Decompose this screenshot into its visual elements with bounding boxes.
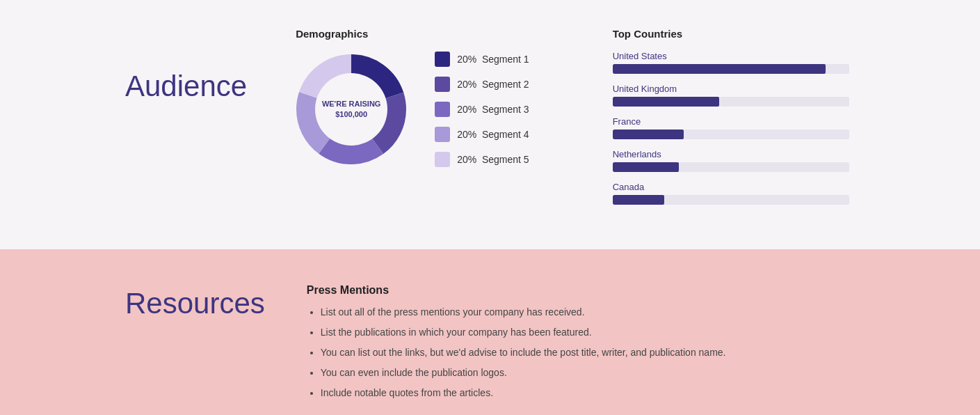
- bar-track-us: [613, 64, 849, 74]
- legend-swatch-4: [435, 127, 450, 142]
- legend-swatch-1: [435, 52, 450, 67]
- audience-section: Audience Demographics: [0, 0, 980, 249]
- legend-swatch-3: [435, 102, 450, 117]
- country-row-ca: Canada: [613, 182, 849, 205]
- country-row-us: United States: [613, 51, 849, 74]
- bar-fill-uk: [613, 97, 719, 107]
- country-name-us: United States: [613, 51, 849, 61]
- list-item: You can list out the links, but we'd adv…: [321, 345, 726, 360]
- bar-track-uk: [613, 97, 849, 107]
- legend-label-4: 20% Segment 4: [457, 129, 529, 140]
- demographics-block: Demographics: [289, 28, 529, 172]
- resources-section: Resources Press Mentions List out all of…: [0, 249, 980, 415]
- bar-fill-nl: [613, 162, 679, 172]
- resources-title: Resources: [125, 284, 265, 320]
- legend-item: 20% Segment 4: [435, 127, 529, 142]
- bar-fill-us: [613, 64, 826, 74]
- legend-item: 20% Segment 5: [435, 152, 529, 167]
- donut-legend-row: WE'RE RAISING $100,000 20% Segment 1 20%…: [289, 47, 529, 172]
- top-countries-block: Top Countries United States United Kingd…: [613, 28, 849, 214]
- legend-item: 20% Segment 3: [435, 102, 529, 117]
- country-row-uk: United Kingdom: [613, 84, 849, 107]
- demographics-title: Demographics: [296, 28, 368, 40]
- country-name-fr: France: [613, 116, 849, 127]
- legend-label-1: 20% Segment 1: [457, 54, 529, 65]
- bar-track-ca: [613, 195, 849, 205]
- country-row-fr: France: [613, 116, 849, 139]
- press-mentions-list: List out all of the press mentions your …: [307, 305, 726, 400]
- donut-chart: WE'RE RAISING $100,000: [289, 47, 414, 172]
- legend-item: 20% Segment 1: [435, 52, 529, 67]
- donut-label: WE'RE RAISING $100,000: [322, 99, 381, 120]
- list-item: You can even include the publication log…: [321, 366, 726, 380]
- press-mentions-title: Press Mentions: [307, 284, 726, 297]
- legend-label-5: 20% Segment 5: [457, 154, 529, 165]
- legend-item: 20% Segment 2: [435, 77, 529, 92]
- bar-fill-fr: [613, 130, 684, 139]
- legend-label-2: 20% Segment 2: [457, 79, 529, 90]
- bar-fill-ca: [613, 195, 665, 205]
- list-item: Include notable quotes from the articles…: [321, 386, 726, 400]
- list-item: List out all of the press mentions your …: [321, 305, 726, 320]
- press-mentions-block: Press Mentions List out all of the press…: [307, 284, 726, 406]
- bar-track-fr: [613, 130, 849, 139]
- audience-title: Audience: [125, 28, 247, 103]
- country-name-ca: Canada: [613, 182, 849, 192]
- country-name-nl: Netherlands: [613, 149, 849, 159]
- segments-legend: 20% Segment 1 20% Segment 2 20% Segment …: [435, 52, 529, 167]
- legend-swatch-5: [435, 152, 450, 167]
- country-row-nl: Netherlands: [613, 149, 849, 172]
- top-countries-title: Top Countries: [613, 28, 849, 40]
- country-name-uk: United Kingdom: [613, 84, 849, 94]
- bar-track-nl: [613, 162, 849, 172]
- legend-label-3: 20% Segment 3: [457, 104, 529, 115]
- list-item: List the publications in which your comp…: [321, 325, 726, 340]
- legend-swatch-2: [435, 77, 450, 92]
